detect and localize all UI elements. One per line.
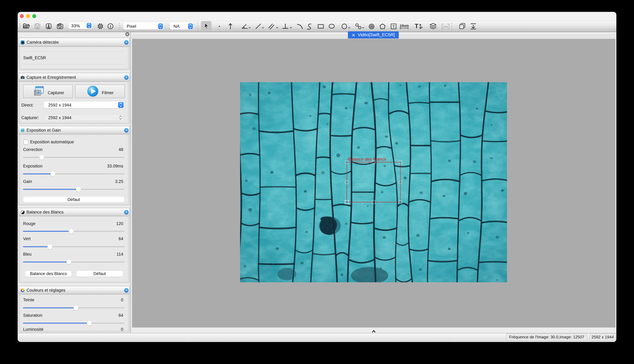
svg-text:10um: 10um xyxy=(400,24,408,28)
svg-text:T: T xyxy=(415,23,418,29)
svg-text:CSV: CSV xyxy=(443,25,448,28)
svg-text:A: A xyxy=(420,26,422,30)
svg-text:i: i xyxy=(110,24,111,28)
svg-text:T: T xyxy=(392,24,395,29)
svg-text:Balance des Blancs: Balance des Blancs xyxy=(348,157,386,162)
